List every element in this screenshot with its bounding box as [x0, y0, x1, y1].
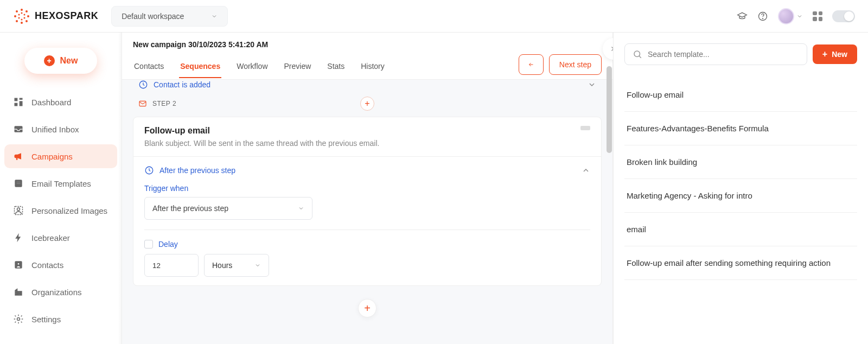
new-template-button[interactable]: + New: [813, 44, 857, 64]
svg-point-5: [16, 20, 18, 22]
template-search[interactable]: [624, 43, 807, 65]
sidebar-item-dashboard[interactable]: Dashboard: [4, 90, 117, 114]
templates-panel: + New Follow-up email Features-Advantage…: [613, 33, 868, 344]
prev-trigger-label: Contact is added: [154, 80, 210, 89]
template-item[interactable]: Broken link building: [624, 145, 857, 179]
svg-rect-19: [15, 103, 18, 106]
template-item[interactable]: Features-Advantages-Benefits Formula: [624, 112, 857, 145]
template-item[interactable]: Follow-up email: [624, 78, 857, 112]
gear-icon: [13, 314, 24, 324]
svg-rect-30: [19, 292, 20, 293]
tab-history[interactable]: History: [360, 55, 386, 78]
template-search-input[interactable]: [648, 50, 799, 59]
svg-rect-16: [15, 98, 18, 101]
svg-rect-22: [16, 182, 21, 183]
sidebar-item-campaigns[interactable]: Campaigns: [4, 144, 117, 168]
trigger-section-header[interactable]: After the previous step: [144, 165, 590, 175]
step-label-row: STEP 2 +: [133, 94, 602, 113]
topbar-right: [737, 8, 855, 24]
trigger-when-label: Trigger when: [144, 184, 590, 193]
logo-mark-icon: [13, 8, 30, 25]
sidebar-item-email-templates[interactable]: Email Templates: [4, 171, 117, 195]
workspace-selected: Default workspace: [122, 12, 184, 21]
svg-point-10: [24, 17, 25, 18]
tab-preview[interactable]: Preview: [283, 55, 312, 78]
insert-step-button[interactable]: +: [360, 97, 374, 111]
apps-grid-icon[interactable]: [813, 11, 822, 21]
megaphone-icon: [13, 151, 24, 162]
avatar: [778, 8, 794, 24]
card-header: Follow-up email Blank subject. Will be s…: [133, 117, 601, 156]
search-icon: [633, 49, 642, 59]
svg-point-6: [14, 15, 16, 17]
svg-point-36: [634, 51, 640, 57]
template-icon: [13, 178, 24, 189]
tab-stats[interactable]: Stats: [326, 55, 346, 78]
trigger-section-title: After the previous step: [159, 166, 235, 175]
close-icon: [610, 45, 613, 53]
next-step-button[interactable]: Next step: [549, 54, 602, 75]
svg-point-24: [17, 208, 20, 211]
chevron-up-icon: [582, 166, 590, 175]
step-card: Follow-up email Blank subject. Will be s…: [133, 117, 602, 286]
chevron-down-icon: [254, 262, 261, 269]
account-menu[interactable]: [778, 8, 803, 24]
svg-point-27: [17, 263, 20, 265]
sidebar-item-label: Contacts: [31, 260, 63, 270]
add-step-button[interactable]: +: [358, 299, 376, 317]
sidebar-item-label: Unified Inbox: [31, 125, 79, 134]
trigger-when-select[interactable]: After the previous step: [144, 197, 312, 220]
sidebar: + New Dashboard Unified Inbox Campaigns …: [0, 33, 122, 344]
theme-toggle[interactable]: [832, 10, 855, 22]
delay-unit-value: Hours: [212, 261, 232, 270]
topbar: HEXOSPARK Default workspace: [0, 0, 868, 33]
template-item[interactable]: Marketing Agency - Asking for intro: [624, 179, 857, 213]
panel-header: New campaign 30/10/2023 5:41:20 AM: [122, 33, 612, 54]
help-icon[interactable]: [757, 11, 768, 22]
sidebar-item-contacts[interactable]: Contacts: [4, 253, 117, 277]
svg-point-4: [21, 22, 23, 24]
sidebar-item-label: Dashboard: [31, 98, 71, 107]
logo[interactable]: HEXOSPARK: [13, 8, 98, 25]
sidebar-item-inbox[interactable]: Unified Inbox: [4, 117, 117, 141]
tab-workflow[interactable]: Workflow: [235, 55, 269, 78]
svg-point-11: [21, 18, 23, 20]
svg-point-12: [18, 17, 20, 18]
plus-circle-icon: +: [44, 55, 55, 66]
step-card-title: Follow-up email: [144, 126, 379, 136]
delay-checkbox[interactable]: [144, 240, 153, 249]
sidebar-item-personalized-images[interactable]: Personalized Images: [4, 199, 117, 222]
collapse-card-button[interactable]: [580, 126, 590, 130]
svg-point-0: [21, 9, 23, 11]
inbox-icon: [13, 124, 24, 135]
sidebar-item-organizations[interactable]: Organizations: [4, 280, 117, 304]
tab-sequences[interactable]: Sequences: [179, 55, 221, 78]
svg-point-9: [24, 14, 25, 15]
campaign-panel: New campaign 30/10/2023 5:41:20 AM Conta…: [122, 33, 613, 344]
main: + New Dashboard Unified Inbox Campaigns …: [0, 33, 868, 344]
prev-trigger-row[interactable]: Contact is added: [133, 80, 602, 94]
brand-name: HEXOSPARK: [35, 10, 98, 22]
svg-rect-23: [16, 183, 21, 184]
delay-unit-select[interactable]: Hours: [204, 254, 269, 277]
sidebar-item-icebreaker[interactable]: Icebreaker: [4, 226, 117, 250]
plus-icon: +: [822, 50, 827, 59]
tab-actions: Next step: [519, 54, 602, 79]
graduation-cap-icon[interactable]: [737, 11, 748, 22]
workspace-selector[interactable]: Default workspace: [111, 6, 228, 27]
sidebar-item-label: Settings: [31, 315, 61, 324]
prev-step-button[interactable]: [519, 54, 544, 75]
trigger-when-value: After the previous step: [152, 204, 228, 213]
new-button[interactable]: + New: [24, 48, 98, 74]
template-item[interactable]: Follow-up email after sending something …: [624, 246, 857, 280]
trigger-section: After the previous step Trigger when Aft…: [133, 156, 601, 285]
clock-icon: [144, 165, 154, 175]
svg-point-32: [17, 318, 20, 321]
template-item[interactable]: email: [624, 213, 857, 246]
chevron-down-icon[interactable]: [588, 80, 596, 89]
delay-value-input[interactable]: [144, 254, 199, 277]
scrollbar[interactable]: [607, 66, 612, 340]
chevron-down-icon: [298, 205, 304, 212]
sidebar-item-settings[interactable]: Settings: [4, 307, 117, 331]
tab-contacts[interactable]: Contacts: [133, 55, 165, 78]
